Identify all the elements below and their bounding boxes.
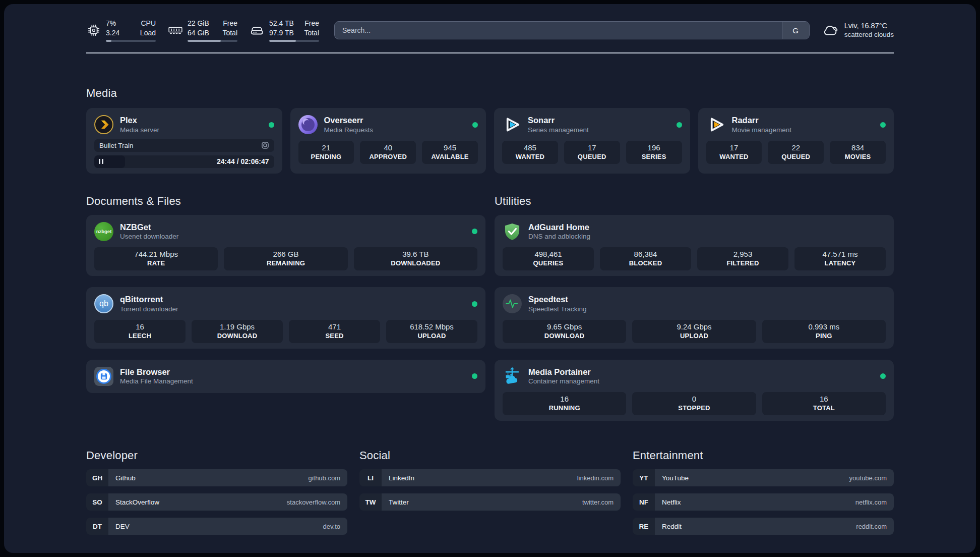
service-card-qbittorrent[interactable]: qb qBittorrent Torrent downloader 16LEEC… — [86, 287, 485, 349]
bookmark-name: Twitter — [389, 498, 409, 506]
cpu-progress-fill — [106, 40, 111, 42]
section-header-documents: Documents & Files — [86, 195, 485, 208]
pause-icon[interactable] — [99, 159, 103, 164]
cpu-icon — [86, 23, 101, 37]
section-header-utilities: Utilities — [495, 195, 894, 208]
bookmark-url: reddit.com — [856, 523, 887, 530]
resource-widgets: 7% 3.24 CPU Load — [86, 19, 319, 42]
bookmark-url: dev.to — [323, 523, 340, 530]
bookmark-name: YouTube — [662, 474, 689, 482]
search-provider-button[interactable]: G — [782, 22, 809, 39]
service-card-overseerr[interactable]: Overseerr Media Requests 21PENDING 40APP… — [290, 108, 486, 174]
service-subtitle: Media Requests — [324, 126, 374, 135]
adguard-icon — [503, 222, 522, 241]
cpu-load-label: Load — [139, 28, 156, 38]
stat-downloaded: 39.6 TBDOWNLOADED — [354, 247, 477, 270]
stat-download: 9.65 GbpsDOWNLOAD — [503, 320, 626, 343]
service-subtitle: Usenet downloader — [120, 233, 178, 241]
bookmark-abbr: NF — [633, 493, 655, 511]
service-card-radarr[interactable]: Radarr Movie management 17WANTED 22QUEUE… — [698, 108, 894, 174]
bookmark-linkedin[interactable]: LI LinkedIn linkedin.com — [359, 469, 621, 486]
bookmark-name: Github — [115, 474, 136, 482]
service-card-speedtest[interactable]: Speedtest Speedtest Tracking 9.65 GbpsDO… — [495, 287, 894, 349]
service-card-portainer[interactable]: Media Portainer Container management 16R… — [495, 360, 894, 421]
stat-ping: 0.993 msPING — [762, 320, 886, 343]
cpu-usage-value: 7% — [106, 19, 131, 28]
section-header-media: Media — [86, 87, 894, 100]
stat-download: 1.19 GbpsDOWNLOAD — [192, 320, 283, 343]
section-header-developer: Developer — [86, 449, 347, 462]
stat-pending: 21PENDING — [298, 141, 354, 164]
service-subtitle: Media File Management — [120, 377, 193, 386]
bookmark-twitter[interactable]: TW Twitter twitter.com — [359, 493, 621, 511]
memory-free-value: 22 GiB — [188, 19, 213, 28]
bookmark-abbr: LI — [359, 469, 382, 486]
memory-total-value: 64 GiB — [188, 28, 213, 38]
stat-movies: 834MOVIES — [830, 141, 886, 164]
stat-approved: 40APPROVED — [360, 141, 416, 164]
service-subtitle: Movie management — [732, 126, 792, 135]
bookmark-dev[interactable]: DT DEV dev.to — [86, 518, 347, 535]
stat-upload: 9.24 GbpsUPLOAD — [632, 320, 756, 343]
cpu-usage-label: CPU — [139, 19, 156, 28]
service-title: Overseerr — [324, 115, 374, 126]
memory-icon — [168, 25, 183, 36]
bookmark-github[interactable]: GH Github github.com — [86, 469, 347, 486]
sonarr-icon — [502, 115, 521, 134]
stat-wanted: 17WANTED — [706, 141, 762, 164]
nzbget-icon: nzbget — [94, 222, 113, 241]
bookmark-url: linkedin.com — [577, 474, 614, 482]
status-dot — [880, 373, 886, 379]
cpu-widget: 7% 3.24 CPU Load — [86, 19, 156, 42]
now-playing-view-icon[interactable] — [261, 141, 269, 149]
bookmark-url: stackoverflow.com — [287, 498, 340, 506]
bookmark-abbr: GH — [86, 469, 108, 486]
bookmark-abbr: DT — [86, 518, 108, 535]
memory-progress-fill — [188, 40, 221, 42]
plex-icon — [94, 115, 113, 134]
service-card-sonarr[interactable]: Sonarr Series management 485WANTED 17QUE… — [494, 108, 690, 174]
utilities-column: Utilities AdGuard Home DNS and — [495, 195, 894, 421]
service-title: Sonarr — [528, 115, 589, 126]
playback-time: 24:44 / 02:06:47 — [217, 157, 274, 165]
portainer-icon — [503, 367, 522, 386]
stat-stopped: 0STOPPED — [632, 392, 756, 415]
search-input[interactable] — [335, 22, 782, 39]
service-card-adguard[interactable]: AdGuard Home DNS and adblocking 498,461Q… — [495, 215, 894, 276]
disk-progress-track — [269, 40, 319, 42]
disk-total-value: 97.9 TB — [269, 28, 294, 38]
memory-free-label: Free — [220, 19, 237, 28]
cloud-icon — [822, 23, 839, 37]
status-dot — [472, 229, 477, 234]
radarr-icon — [706, 115, 725, 134]
stat-filtered: 2,953FILTERED — [697, 247, 788, 270]
stat-rate: 744.21 MbpsRATE — [94, 247, 218, 270]
service-card-plex[interactable]: Plex Media server Bullet Train 24:44 / 0… — [86, 108, 282, 174]
bookmark-reddit[interactable]: RE Reddit reddit.com — [633, 518, 894, 535]
bookmark-url: github.com — [308, 474, 340, 482]
service-subtitle: Torrent downloader — [120, 305, 178, 314]
service-title: Radarr — [732, 115, 792, 126]
stat-available: 945AVAILABLE — [422, 141, 478, 164]
service-card-filebrowser[interactable]: File Browser Media File Management — [86, 360, 485, 394]
stat-remaining: 266 GBREMAINING — [224, 247, 347, 270]
speedtest-icon — [503, 294, 522, 313]
now-playing-title: Bullet Train — [99, 142, 261, 149]
service-subtitle: Speedtest Tracking — [528, 305, 587, 314]
service-subtitle: Container management — [528, 377, 599, 386]
service-subtitle: Media server — [120, 126, 159, 135]
bookmark-stackoverflow[interactable]: SO StackOverflow stackoverflow.com — [86, 493, 347, 511]
service-title: Speedtest — [528, 294, 587, 305]
bookmark-abbr: RE — [633, 518, 655, 535]
bookmark-netflix[interactable]: NF Netflix netflix.com — [633, 493, 894, 511]
service-card-nzbget[interactable]: nzbget NZBGet Usenet downloader 744.21 M… — [86, 215, 485, 276]
bookmark-url: netflix.com — [855, 498, 887, 506]
memory-widget: 22 GiB 64 GiB Free Total — [168, 19, 237, 42]
status-dot — [677, 122, 682, 128]
status-dot — [269, 122, 274, 128]
cpu-load-value: 3.24 — [106, 28, 131, 38]
service-title: Plex — [120, 115, 159, 126]
bookmark-youtube[interactable]: YT YouTube youtube.com — [633, 469, 894, 486]
playback-progress-bar: 24:44 / 02:06:47 — [94, 155, 274, 168]
stat-latency: 47.571 msLATENCY — [794, 247, 886, 270]
